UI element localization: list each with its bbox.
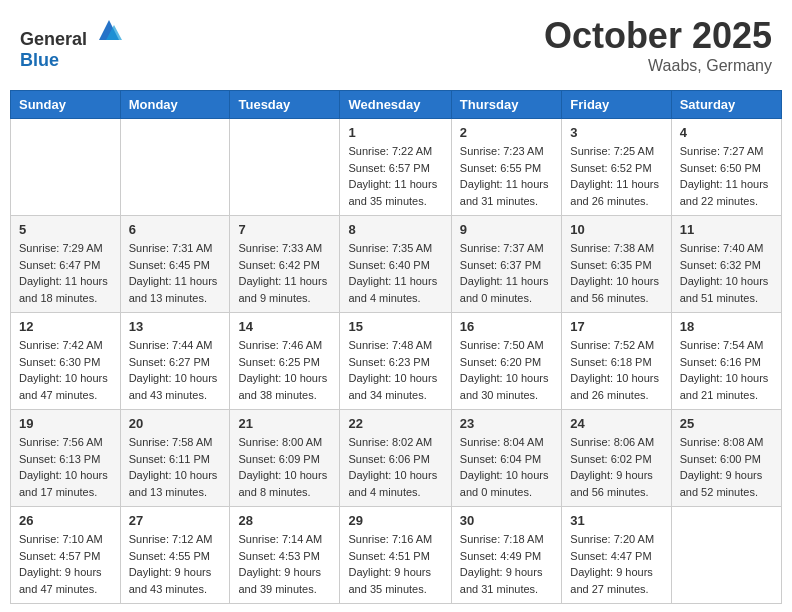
logo: General Blue — [20, 15, 124, 71]
day-info: Sunrise: 7:14 AMSunset: 4:53 PMDaylight:… — [238, 531, 331, 597]
logo-text: General Blue — [20, 15, 124, 71]
day-info: Sunrise: 7:29 AMSunset: 6:47 PMDaylight:… — [19, 240, 112, 306]
calendar-week-row: 5Sunrise: 7:29 AMSunset: 6:47 PMDaylight… — [11, 216, 782, 313]
calendar-cell: 23Sunrise: 8:04 AMSunset: 6:04 PMDayligh… — [451, 410, 561, 507]
day-number: 18 — [680, 319, 773, 334]
day-info: Sunrise: 7:42 AMSunset: 6:30 PMDaylight:… — [19, 337, 112, 403]
calendar-header-row: SundayMondayTuesdayWednesdayThursdayFrid… — [11, 91, 782, 119]
day-number: 30 — [460, 513, 553, 528]
day-info: Sunrise: 7:56 AMSunset: 6:13 PMDaylight:… — [19, 434, 112, 500]
day-info: Sunrise: 7:44 AMSunset: 6:27 PMDaylight:… — [129, 337, 222, 403]
day-info: Sunrise: 7:35 AMSunset: 6:40 PMDaylight:… — [348, 240, 442, 306]
day-number: 5 — [19, 222, 112, 237]
day-number: 4 — [680, 125, 773, 140]
day-info: Sunrise: 7:25 AMSunset: 6:52 PMDaylight:… — [570, 143, 662, 209]
day-info: Sunrise: 7:31 AMSunset: 6:45 PMDaylight:… — [129, 240, 222, 306]
day-info: Sunrise: 7:23 AMSunset: 6:55 PMDaylight:… — [460, 143, 553, 209]
day-info: Sunrise: 8:00 AMSunset: 6:09 PMDaylight:… — [238, 434, 331, 500]
calendar-cell: 18Sunrise: 7:54 AMSunset: 6:16 PMDayligh… — [671, 313, 781, 410]
calendar-cell: 20Sunrise: 7:58 AMSunset: 6:11 PMDayligh… — [120, 410, 230, 507]
calendar-cell — [11, 119, 121, 216]
day-number: 22 — [348, 416, 442, 431]
day-info: Sunrise: 7:33 AMSunset: 6:42 PMDaylight:… — [238, 240, 331, 306]
weekday-header-tuesday: Tuesday — [230, 91, 340, 119]
calendar-cell: 16Sunrise: 7:50 AMSunset: 6:20 PMDayligh… — [451, 313, 561, 410]
calendar-cell — [230, 119, 340, 216]
day-number: 21 — [238, 416, 331, 431]
calendar-cell: 13Sunrise: 7:44 AMSunset: 6:27 PMDayligh… — [120, 313, 230, 410]
day-info: Sunrise: 7:37 AMSunset: 6:37 PMDaylight:… — [460, 240, 553, 306]
calendar-cell: 30Sunrise: 7:18 AMSunset: 4:49 PMDayligh… — [451, 507, 561, 604]
calendar-table: SundayMondayTuesdayWednesdayThursdayFrid… — [10, 90, 782, 604]
title-block: October 2025 Waabs, Germany — [544, 15, 772, 75]
day-number: 23 — [460, 416, 553, 431]
page-header: General Blue October 2025 Waabs, Germany — [10, 10, 782, 80]
calendar-cell: 26Sunrise: 7:10 AMSunset: 4:57 PMDayligh… — [11, 507, 121, 604]
day-info: Sunrise: 7:18 AMSunset: 4:49 PMDaylight:… — [460, 531, 553, 597]
day-number: 19 — [19, 416, 112, 431]
day-number: 17 — [570, 319, 662, 334]
day-number: 12 — [19, 319, 112, 334]
calendar-cell: 24Sunrise: 8:06 AMSunset: 6:02 PMDayligh… — [562, 410, 671, 507]
calendar-cell: 12Sunrise: 7:42 AMSunset: 6:30 PMDayligh… — [11, 313, 121, 410]
day-number: 9 — [460, 222, 553, 237]
day-number: 11 — [680, 222, 773, 237]
day-info: Sunrise: 7:12 AMSunset: 4:55 PMDaylight:… — [129, 531, 222, 597]
day-number: 13 — [129, 319, 222, 334]
calendar-cell: 9Sunrise: 7:37 AMSunset: 6:37 PMDaylight… — [451, 216, 561, 313]
calendar-week-row: 12Sunrise: 7:42 AMSunset: 6:30 PMDayligh… — [11, 313, 782, 410]
day-info: Sunrise: 7:40 AMSunset: 6:32 PMDaylight:… — [680, 240, 773, 306]
day-number: 10 — [570, 222, 662, 237]
calendar-cell: 27Sunrise: 7:12 AMSunset: 4:55 PMDayligh… — [120, 507, 230, 604]
calendar-cell: 17Sunrise: 7:52 AMSunset: 6:18 PMDayligh… — [562, 313, 671, 410]
day-info: Sunrise: 7:16 AMSunset: 4:51 PMDaylight:… — [348, 531, 442, 597]
weekday-header-wednesday: Wednesday — [340, 91, 451, 119]
day-info: Sunrise: 7:48 AMSunset: 6:23 PMDaylight:… — [348, 337, 442, 403]
calendar-cell: 19Sunrise: 7:56 AMSunset: 6:13 PMDayligh… — [11, 410, 121, 507]
day-info: Sunrise: 7:27 AMSunset: 6:50 PMDaylight:… — [680, 143, 773, 209]
day-info: Sunrise: 7:50 AMSunset: 6:20 PMDaylight:… — [460, 337, 553, 403]
month-title: October 2025 — [544, 15, 772, 57]
day-info: Sunrise: 7:58 AMSunset: 6:11 PMDaylight:… — [129, 434, 222, 500]
calendar-cell: 8Sunrise: 7:35 AMSunset: 6:40 PMDaylight… — [340, 216, 451, 313]
weekday-header-sunday: Sunday — [11, 91, 121, 119]
day-info: Sunrise: 8:02 AMSunset: 6:06 PMDaylight:… — [348, 434, 442, 500]
calendar-cell — [671, 507, 781, 604]
day-number: 16 — [460, 319, 553, 334]
day-number: 26 — [19, 513, 112, 528]
day-info: Sunrise: 8:04 AMSunset: 6:04 PMDaylight:… — [460, 434, 553, 500]
calendar-week-row: 26Sunrise: 7:10 AMSunset: 4:57 PMDayligh… — [11, 507, 782, 604]
weekday-header-friday: Friday — [562, 91, 671, 119]
calendar-cell: 10Sunrise: 7:38 AMSunset: 6:35 PMDayligh… — [562, 216, 671, 313]
calendar-cell: 2Sunrise: 7:23 AMSunset: 6:55 PMDaylight… — [451, 119, 561, 216]
day-number: 6 — [129, 222, 222, 237]
day-number: 7 — [238, 222, 331, 237]
calendar-cell — [120, 119, 230, 216]
day-number: 8 — [348, 222, 442, 237]
calendar-cell: 29Sunrise: 7:16 AMSunset: 4:51 PMDayligh… — [340, 507, 451, 604]
calendar-cell: 5Sunrise: 7:29 AMSunset: 6:47 PMDaylight… — [11, 216, 121, 313]
calendar-cell: 25Sunrise: 8:08 AMSunset: 6:00 PMDayligh… — [671, 410, 781, 507]
day-number: 31 — [570, 513, 662, 528]
day-number: 28 — [238, 513, 331, 528]
day-number: 3 — [570, 125, 662, 140]
calendar-week-row: 19Sunrise: 7:56 AMSunset: 6:13 PMDayligh… — [11, 410, 782, 507]
day-number: 20 — [129, 416, 222, 431]
calendar-cell: 4Sunrise: 7:27 AMSunset: 6:50 PMDaylight… — [671, 119, 781, 216]
day-info: Sunrise: 7:54 AMSunset: 6:16 PMDaylight:… — [680, 337, 773, 403]
day-info: Sunrise: 7:10 AMSunset: 4:57 PMDaylight:… — [19, 531, 112, 597]
day-number: 2 — [460, 125, 553, 140]
logo-icon — [94, 15, 124, 45]
day-info: Sunrise: 7:38 AMSunset: 6:35 PMDaylight:… — [570, 240, 662, 306]
weekday-header-saturday: Saturday — [671, 91, 781, 119]
calendar-cell: 7Sunrise: 7:33 AMSunset: 6:42 PMDaylight… — [230, 216, 340, 313]
day-info: Sunrise: 8:06 AMSunset: 6:02 PMDaylight:… — [570, 434, 662, 500]
day-number: 14 — [238, 319, 331, 334]
calendar-cell: 31Sunrise: 7:20 AMSunset: 4:47 PMDayligh… — [562, 507, 671, 604]
day-number: 25 — [680, 416, 773, 431]
day-number: 15 — [348, 319, 442, 334]
calendar-cell: 28Sunrise: 7:14 AMSunset: 4:53 PMDayligh… — [230, 507, 340, 604]
day-info: Sunrise: 7:20 AMSunset: 4:47 PMDaylight:… — [570, 531, 662, 597]
calendar-cell: 1Sunrise: 7:22 AMSunset: 6:57 PMDaylight… — [340, 119, 451, 216]
day-number: 24 — [570, 416, 662, 431]
